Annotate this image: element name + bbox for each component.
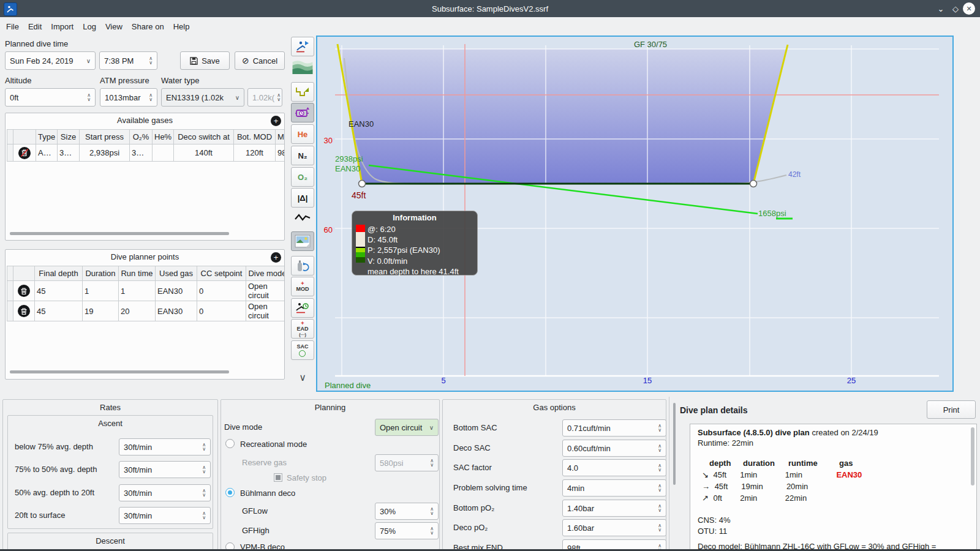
spinner-arrows-icon[interactable] [200, 443, 206, 451]
close-icon[interactable]: ✕ [963, 2, 975, 15]
dive-time-spinner[interactable]: 7:38 PM [99, 51, 157, 70]
gases-hscrollbar[interactable] [10, 232, 229, 235]
dive-profile-chart[interactable]: GF 30/75 EAN30 2938psi EAN30 45ft 42ft 1… [316, 36, 954, 392]
bottom-po2-spinner[interactable]: 1.40bar [562, 500, 666, 517]
col-bot-mod[interactable]: Bot. MOD [234, 130, 276, 144]
point-row[interactable]: 45 1 1 EAN30 0 Open circuit [7, 281, 285, 301]
toggle-mod-button[interactable]: +MOD [291, 277, 314, 296]
recreational-mode-radio[interactable] [225, 439, 235, 448]
gfhigh-spinner[interactable]: 75% [375, 522, 439, 539]
add-gas-button[interactable]: + [271, 116, 281, 126]
dive-date-combo[interactable]: Sun Feb 24, 2019 [5, 51, 96, 70]
menu-help[interactable]: Help [173, 22, 190, 31]
print-button[interactable]: Print [927, 400, 976, 419]
col-start-press[interactable]: Start press [80, 130, 130, 144]
col-run-time[interactable]: Run time [119, 266, 156, 281]
menu-log[interactable]: Log [83, 22, 96, 31]
col-dive-mode[interactable]: Dive mode [246, 266, 285, 281]
dive-planner-points-panel: Dive planner points + Final depth Durati… [5, 249, 285, 380]
information-tooltip[interactable]: Information @: 6:20 D: 45.0ft P: 2,557ps… [352, 211, 478, 276]
spinner-arrows-icon[interactable] [655, 463, 662, 472]
toggle-pheh-button[interactable]: He [291, 124, 314, 144]
spinner-arrows-icon[interactable] [428, 507, 434, 515]
menu-import[interactable]: Import [51, 22, 74, 31]
gas-row[interactable]: A… 3… 2,938psi 3… 140ft 120ft 98f [7, 144, 285, 162]
segment-handle-end[interactable] [750, 181, 757, 187]
ascent-rate3-spinner[interactable]: 30ft/min [119, 484, 211, 501]
deco-po2-spinner[interactable]: 1.60bar [562, 519, 666, 536]
col-cc-setpoint[interactable]: CC setpoint [197, 266, 246, 281]
water-type-combo[interactable]: EN13319 (1.02k [161, 88, 244, 107]
col-deco-switch[interactable]: Deco switch at [174, 130, 234, 144]
sac-factor-spinner[interactable]: 4.0 [562, 459, 666, 476]
col-size[interactable]: Size [58, 130, 80, 144]
points-hscrollbar[interactable] [10, 370, 229, 373]
ascent-rate4-spinner[interactable]: 30ft/min [119, 507, 211, 524]
spinner-arrows-icon[interactable] [655, 523, 662, 532]
problem-solving-time-spinner[interactable]: 4min [562, 479, 666, 497]
toggle-po2-button[interactable]: O₂ [291, 167, 314, 187]
ascent-rate2-spinner[interactable]: 30ft/min [119, 461, 211, 478]
dive-planner-tool-button[interactable] [291, 37, 314, 56]
add-point-button[interactable]: + [271, 252, 281, 263]
gflow-spinner[interactable]: 30% [375, 503, 439, 520]
spinner-arrows-icon[interactable] [85, 93, 91, 102]
buhlmann-deco-radio[interactable] [225, 488, 235, 497]
tank-refresh-icon [295, 259, 310, 272]
bottom-sac-label: Bottom SAC [453, 423, 497, 432]
col-he[interactable]: He% [153, 130, 174, 144]
menu-file[interactable]: File [6, 22, 19, 31]
col-mnd[interactable]: MN [276, 130, 285, 144]
delete-gas-disabled-icon[interactable] [18, 147, 31, 159]
toggle-pn2-button[interactable]: N₂ [291, 146, 314, 165]
spinner-arrows-icon[interactable] [655, 504, 662, 512]
toggle-sac-button[interactable]: SAC [291, 340, 314, 360]
edit-profile-tool-button[interactable] [291, 103, 314, 122]
spinner-arrows-icon[interactable] [655, 484, 662, 492]
toggle-ndl-tts-button[interactable] [291, 298, 314, 318]
spinner-arrows-icon[interactable] [655, 444, 662, 452]
segment-handle-start[interactable] [359, 181, 366, 187]
spinner-arrows-icon[interactable] [146, 56, 153, 65]
col-o2[interactable]: O₂% [130, 130, 153, 144]
spinner-arrows-icon[interactable] [200, 511, 206, 520]
bottom-sac-spinner[interactable]: 0.71cuft/min [562, 419, 666, 437]
toggle-tank-bar-button[interactable] [291, 256, 314, 276]
profile-ruler-tool-button[interactable] [291, 82, 314, 102]
spinner-arrows-icon[interactable] [655, 424, 662, 432]
chevron-down-icon: ∨ [299, 372, 306, 383]
minimize-icon[interactable]: ⌄ [935, 2, 947, 15]
dive-mode-combo[interactable]: Open circuit [375, 419, 439, 436]
altitude-spinner[interactable]: 0ft [5, 88, 96, 107]
ascent-rate1-spinner[interactable]: 30ft/min [119, 438, 211, 455]
maximize-icon[interactable]: ◇ [949, 2, 962, 15]
toggle-heartrate-button[interactable] [291, 209, 314, 225]
spinner-arrows-icon[interactable] [146, 93, 153, 102]
save-button[interactable]: Save [180, 51, 230, 70]
deco-sac-spinner[interactable]: 0.60cuft/min [562, 440, 666, 457]
toggle-ead-button[interactable]: +EAD(···) [291, 319, 314, 339]
delete-point-icon[interactable] [18, 285, 30, 297]
splitter-handle[interactable] [673, 403, 676, 485]
spinner-arrows-icon[interactable] [200, 489, 206, 497]
spinner-arrows-icon[interactable] [200, 465, 206, 474]
delete-point-icon[interactable] [18, 305, 30, 317]
col-duration[interactable]: Duration [83, 266, 119, 281]
spinner-arrows-icon[interactable] [428, 527, 434, 535]
toggle-photos-button[interactable] [291, 231, 314, 251]
dive-plan-notes-box[interactable]: Subsurface (4.8.5.0) dive plan created o… [690, 424, 977, 551]
cancel-button[interactable]: ⊘ Cancel [235, 51, 285, 70]
menu-share-on[interactable]: Share on [132, 22, 164, 31]
safety-stop-label: Safety stop [287, 473, 326, 482]
menu-edit[interactable]: Edit [28, 22, 42, 31]
atm-pressure-spinner[interactable]: 1013mbar [100, 88, 157, 107]
toolbar-scroll-down-button[interactable]: ∨ [291, 367, 314, 387]
gflow-label: GFLow [242, 506, 268, 515]
col-used-gas[interactable]: Used gas [156, 266, 197, 281]
toggle-dc-reported-ceiling-button[interactable]: |Δ| [291, 188, 314, 208]
col-type[interactable]: Type [36, 130, 58, 144]
menu-view[interactable]: View [105, 22, 123, 31]
point-row[interactable]: 45 19 20 EAN30 0 Open circuit [7, 301, 285, 321]
col-final-depth[interactable]: Final depth [35, 266, 83, 281]
plan-vscrollbar[interactable] [971, 427, 974, 485]
